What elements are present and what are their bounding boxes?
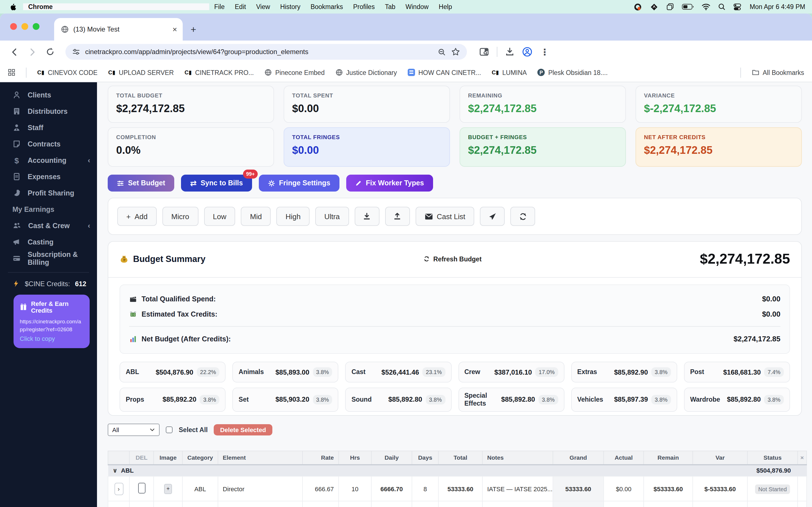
downloads-icon[interactable] [505, 47, 514, 56]
refresh-button[interactable] [510, 207, 535, 226]
apps-grid-icon[interactable] [8, 69, 15, 76]
preset-high-button[interactable]: High [276, 207, 310, 226]
chevron-left-icon[interactable]: ‹ [88, 156, 90, 165]
sidebar-item-distributors[interactable]: Distributors [0, 103, 97, 119]
table-row-partial[interactable]: › + [108, 501, 807, 507]
export-upload-button[interactable] [385, 207, 410, 226]
menu-history[interactable]: History [275, 3, 306, 10]
bookmark-how-can-cinetrack[interactable]: HOW CAN CINETR... [408, 69, 481, 76]
forward-button[interactable] [25, 45, 40, 59]
table-row-director[interactable]: › + ABL Director 666.67 10 6666.70 8 533… [108, 476, 807, 501]
send-button[interactable] [480, 207, 505, 226]
group-filter-select[interactable]: All [108, 424, 160, 436]
group-row-abl[interactable]: ∨ ABL $504,876.90 [108, 464, 807, 476]
add-element-button[interactable]: +Add [117, 207, 156, 226]
cell-days[interactable]: 8 [412, 476, 439, 501]
window-controls[interactable] [10, 23, 40, 30]
bookmark-star-icon[interactable] [451, 47, 460, 56]
refer-earn-card[interactable]: Refer & Earn Credits https://cinetrackpr… [13, 295, 90, 348]
category-post[interactable]: Post$168,681.307.4% [684, 362, 790, 383]
sidebar-item-contracts[interactable]: Contracts [0, 136, 97, 152]
category-cast[interactable]: Cast$526,441.4623.1% [345, 362, 451, 383]
address-bar[interactable]: cinetrackpro.com/app/admin/projects/view… [65, 44, 467, 60]
menu-bookmarks[interactable]: Bookmarks [305, 3, 348, 10]
preset-low-button[interactable]: Low [204, 207, 236, 226]
category-crew[interactable]: Crew$387,016.1017.0% [458, 362, 564, 383]
camera-app-icon[interactable] [633, 3, 642, 11]
sidebar-item-clients[interactable]: Clients [0, 87, 97, 103]
bookmark-justice-dictionary[interactable]: Justice Dictionary [335, 69, 397, 76]
zoom-window-button[interactable] [33, 23, 40, 30]
side-panel-search-icon[interactable] [479, 47, 489, 56]
apple-icon[interactable] [10, 3, 17, 11]
menu-profiles[interactable]: Profiles [348, 3, 380, 10]
bookmark-pinecone-embed[interactable]: Pinecone Embed [264, 69, 324, 76]
tab-close-icon[interactable]: × [172, 25, 177, 33]
profile-avatar-icon[interactable] [522, 47, 532, 57]
cell-hrs[interactable]: 10 [339, 476, 371, 501]
refer-copy-action[interactable]: Click to copy [20, 335, 84, 342]
stacked-windows-icon[interactable] [666, 3, 674, 11]
cast-list-button[interactable]: Cast List [415, 207, 474, 226]
preset-mid-button[interactable]: Mid [241, 207, 271, 226]
menu-window[interactable]: Window [400, 3, 434, 10]
diamond-app-icon[interactable] [649, 3, 658, 11]
back-button[interactable] [7, 45, 21, 59]
url-text[interactable]: cinetrackpro.com/app/admin/projects/view… [85, 48, 433, 56]
sidebar-item-subscription-billing[interactable]: Subscription & Billing [0, 250, 97, 267]
category-extras[interactable]: Extras$85,892.903.8% [571, 362, 677, 383]
bookmark-lumina[interactable]: C▮LUMINA [492, 69, 527, 76]
cell-rate[interactable]: 666.67 [303, 476, 339, 501]
cell-element[interactable]: Director [218, 476, 303, 501]
menu-file[interactable]: File [209, 3, 230, 10]
category-vehicles[interactable]: Vehicles$85,897.393.8% [571, 388, 677, 412]
menu-tab[interactable]: Tab [380, 3, 400, 10]
group-caret-icon[interactable]: ∨ [112, 467, 117, 474]
category-special-effects[interactable]: Special Effects$85,892.803.8% [458, 388, 564, 412]
bookmark-upload-server[interactable]: C▮UPLOAD SERVER [108, 69, 174, 76]
wifi-icon[interactable] [701, 3, 710, 10]
refresh-budget-button[interactable]: Refresh Budget [206, 256, 700, 262]
menubar-clock[interactable]: Mon Apr 6 4:49 PM [750, 3, 805, 10]
zoom-out-icon[interactable] [438, 48, 446, 56]
import-download-button[interactable] [354, 207, 379, 226]
reload-button[interactable] [43, 45, 57, 59]
sidebar-item-profit-sharing[interactable]: Profit Sharing [0, 185, 97, 201]
row-expander-button[interactable]: › [114, 483, 123, 495]
spotlight-search-icon[interactable] [718, 3, 725, 11]
fringe-settings-button[interactable]: Fringe Settings [259, 175, 340, 191]
category-set[interactable]: Set$85,903.203.8% [232, 388, 338, 412]
menu-help[interactable]: Help [434, 3, 457, 10]
refer-url[interactable]: https://cinetrackpro.com/app/register?re… [20, 318, 84, 333]
menu-chrome[interactable]: Chrome [23, 3, 209, 10]
bookmark-cinevox-code[interactable]: C▮CINEVOX CODE [37, 69, 98, 76]
control-center-icon[interactable] [733, 3, 741, 10]
preset-micro-button[interactable]: Micro [162, 207, 198, 226]
menu-edit[interactable]: Edit [230, 3, 251, 10]
site-settings-icon[interactable] [72, 48, 80, 56]
bookmark-cinetrack-pro[interactable]: C▮CINETRACK PRO... [185, 69, 254, 76]
category-props[interactable]: Props$85,892.203.8% [119, 388, 225, 412]
cell-notes[interactable]: IATSE — IATSE 2025... [483, 476, 553, 501]
browser-menu-kebab-icon[interactable]: ⋮ [540, 47, 549, 57]
sidebar-item-expenses[interactable]: Expenses [0, 168, 97, 185]
sidebar-section-my-earnings[interactable]: My Earnings [0, 201, 97, 217]
row-checkbox[interactable] [138, 483, 145, 494]
category-animals[interactable]: Animals$85,893.003.8% [232, 362, 338, 383]
all-bookmarks-button[interactable]: All Bookmarks [751, 69, 804, 76]
sync-to-bills-button[interactable]: ⇄ Sync to Bills 99+ [181, 175, 252, 191]
category-sound[interactable]: Sound$85,892.803.8% [345, 388, 451, 412]
close-window-button[interactable] [10, 23, 17, 30]
select-all-checkbox[interactable] [166, 427, 172, 433]
minimize-window-button[interactable] [21, 23, 28, 30]
delete-selected-button[interactable]: Delete Selected [214, 424, 272, 436]
set-budget-button[interactable]: Set Budget [108, 175, 174, 191]
sidebar-item-cast-crew[interactable]: Cast & Crew ‹ [0, 217, 97, 234]
sidebar-item-accounting[interactable]: $ Accounting ‹ [0, 152, 97, 168]
chevron-left-icon[interactable]: ‹ [88, 221, 90, 230]
sidebar-item-casting[interactable]: Casting [0, 234, 97, 250]
bookmark-plesk-obsidian[interactable]: PPlesk Obsidian 18.... [538, 69, 608, 76]
browser-tab[interactable]: (13) Movie Test × [54, 18, 183, 41]
menu-view[interactable]: View [251, 3, 275, 10]
category-abl[interactable]: ABL$504,876.9022.2% [119, 362, 225, 383]
